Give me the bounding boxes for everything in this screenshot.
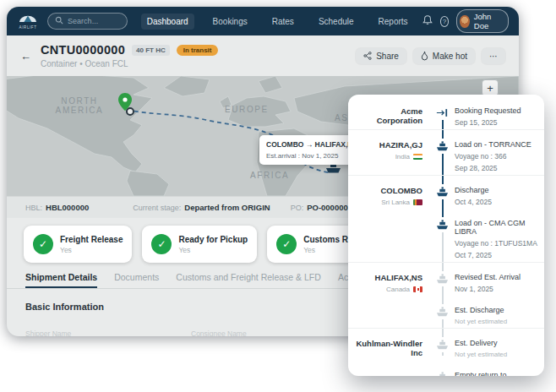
timeline-party: Kuhlman-Windler Inc xyxy=(355,339,422,357)
timeline-event-icon xyxy=(435,337,450,352)
timeline-sections: Acme Corporation xyxy=(348,96,544,376)
nav-item-schedule[interactable]: Schedule xyxy=(313,14,360,30)
timeline-party: Acme Corporation xyxy=(355,106,422,125)
search-placeholder: Search... xyxy=(68,17,98,25)
timeline-event-icon xyxy=(435,369,450,376)
timeline-country: Sri Lanka xyxy=(381,199,410,206)
timeline-event-detail: Sep 15, 2025 xyxy=(455,118,537,127)
current-stage-field: Current stage:Departed from ORIGIN xyxy=(133,203,270,212)
timeline-panel: Acme Corporation xyxy=(348,95,544,376)
card-ready-for-pickup: ✓ Ready for PickupYes xyxy=(142,226,257,263)
transfer-icon xyxy=(436,108,448,117)
make-hot-button[interactable]: Make hot xyxy=(413,48,475,64)
timeline-event-detail: Not yet estimated xyxy=(455,351,537,358)
primary-nav: Dashboard Bookings Rates Schedule Report… xyxy=(141,14,414,30)
nav-item-reports[interactable]: Reports xyxy=(373,14,414,30)
container-size-badge: 40 FT HC xyxy=(132,45,170,56)
timeline-event: Est. Delivery Not yet estimated xyxy=(429,329,537,361)
timeline-event-title: Load on - CMA CGM LIBRA xyxy=(455,219,537,236)
flame-icon xyxy=(421,52,428,61)
nav-item-dashboard[interactable]: Dashboard xyxy=(141,14,194,30)
timeline-country: India xyxy=(395,153,410,161)
nav-right-cluster: ? John Doe xyxy=(422,9,509,33)
share-icon xyxy=(363,52,372,60)
shipper-name-label: Shipper Name xyxy=(25,329,191,336)
ship-icon xyxy=(436,307,449,317)
nav-item-bookings[interactable]: Bookings xyxy=(207,14,253,30)
map-zoom-in-button[interactable]: + xyxy=(482,79,499,96)
check-icon: ✓ xyxy=(33,234,53,254)
timeline-section: HALIFAX,NS Canada xyxy=(348,262,544,328)
timeline-section: Kuhlman-Windler Inc xyxy=(348,328,544,376)
help-icon[interactable]: ? xyxy=(440,16,450,27)
tab-shipment-details[interactable]: Shipment Details xyxy=(25,272,97,288)
ship-icon xyxy=(436,220,449,230)
shipment-mode-subtitle: Container • Ocean FCL xyxy=(41,59,218,68)
card-freight-release: ✓ Freight ReleaseYes xyxy=(24,226,132,263)
timeline-party: COLOMBO xyxy=(355,186,422,195)
timeline-event-detail: Not yet estimated xyxy=(455,318,537,325)
logo-mountain-icon xyxy=(19,12,37,25)
timeline-event-detail: Voyage no : 366 xyxy=(455,152,537,161)
timeline-event-detail: Nov 1, 2025 xyxy=(455,285,537,293)
timeline-event-title: Est. Discharge xyxy=(455,306,537,314)
status-badge: In transit xyxy=(177,45,219,56)
timeline-event-title: Empty return to Container Yard xyxy=(455,371,537,376)
timeline-event: Revised Est. Arrival Nov 1, 2025 xyxy=(429,263,537,296)
timeline-event: Empty return to Container Yard Not yet e… xyxy=(429,361,537,376)
tab-documents[interactable]: Documents xyxy=(114,272,159,288)
shipment-header: ← CNTU0000000 40 FT HC In transit Contai… xyxy=(7,35,519,76)
timeline-event: Load on - CMA CGM LIBRA Voyage no : 1TUF… xyxy=(429,209,537,262)
country-flag-icon xyxy=(413,199,422,205)
timeline-section: Acme Corporation xyxy=(348,96,544,129)
timeline-event: Est. Discharge Not yet estimated xyxy=(429,296,537,328)
timeline-event-icon xyxy=(435,304,450,319)
country-flag-icon xyxy=(413,154,422,160)
user-menu[interactable]: John Doe xyxy=(456,9,509,33)
timeline-event-detail: Oct 7, 2025 xyxy=(455,251,537,259)
notifications-bell-icon[interactable] xyxy=(422,14,433,29)
tab-customs-freight-lfd[interactable]: Customs and Freight Release & LFD xyxy=(176,272,321,288)
timeline-event-icon xyxy=(435,105,449,120)
back-arrow-icon[interactable]: ← xyxy=(20,50,31,63)
map-label-north-america: NORTH AMERICA xyxy=(39,96,120,115)
container-number: CNTU0000000 xyxy=(41,43,125,57)
ship-icon xyxy=(436,340,449,350)
timeline-event: Booking Requested Sep 15, 2025 xyxy=(429,96,537,129)
consignee-name-label: Consignee Name xyxy=(191,329,357,336)
top-nav: AIRLIFT Search... Dashboard Bookings Rat… xyxy=(7,7,519,35)
map-label-africa: AFRICA xyxy=(250,171,289,180)
timeline-event-title: Est. Delivery xyxy=(455,339,537,347)
check-icon: ✓ xyxy=(151,234,172,254)
search-input[interactable]: Search... xyxy=(47,13,128,30)
timeline-event-icon xyxy=(435,217,450,232)
timeline-party: HAZIRA,GJ xyxy=(355,140,422,150)
map-label-europe: EUROPE xyxy=(225,105,269,114)
user-name: John Doe xyxy=(474,12,500,30)
po-field: PO:PO-000000 xyxy=(291,203,348,212)
route-tooltip: COLOMBO → HALIFAX,NS | Est.arrival : Nov… xyxy=(259,135,358,165)
app-logo[interactable]: AIRLIFT xyxy=(17,12,39,30)
tooltip-eta: Est.arrival : Nov 1, 2025 xyxy=(266,152,352,160)
timeline-party: HALIFAX,NS xyxy=(355,273,422,282)
timeline-event-title: Discharge xyxy=(455,186,537,194)
timeline-event: Load on - TORRANCE Voyage no : 366 Sep 2… xyxy=(429,130,537,175)
timeline-event-title: Load on - TORRANCE xyxy=(455,140,537,149)
tooltip-route: COLOMBO → HALIFAX,NS | xyxy=(266,140,352,149)
ship-icon xyxy=(436,187,449,197)
search-icon xyxy=(55,16,63,26)
timeline-event-icon xyxy=(435,139,450,154)
origin-port-marker xyxy=(127,108,134,115)
nav-item-rates[interactable]: Rates xyxy=(266,14,300,30)
more-actions-button[interactable]: ⋯ xyxy=(482,48,505,64)
ship-icon xyxy=(436,274,449,284)
ship-icon xyxy=(436,372,449,376)
timeline-event-title: Revised Est. Arrival xyxy=(455,273,537,281)
timeline-event-title: Booking Requested xyxy=(455,106,537,115)
share-button[interactable]: Share xyxy=(356,48,406,64)
timeline-event-detail: Oct 4, 2025 xyxy=(455,198,537,206)
ship-icon xyxy=(436,141,449,151)
timeline-event-detail: Sep 28, 2025 xyxy=(455,164,537,172)
screenshot-root: AIRLIFT Search... Dashboard Bookings Rat… xyxy=(0,0,556,392)
logo-text: AIRLIFT xyxy=(19,26,37,30)
